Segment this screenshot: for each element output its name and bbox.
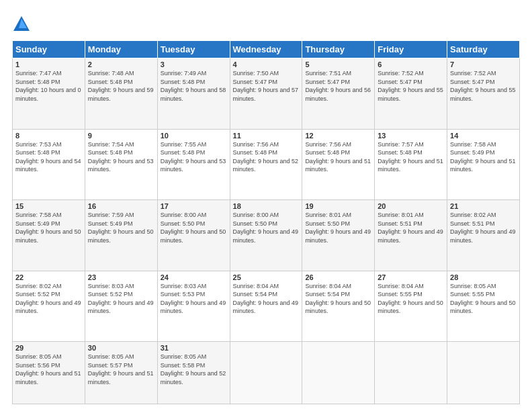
calendar-cell: 14 Sunrise: 7:58 AMSunset: 5:49 PMDaylig… xyxy=(447,129,520,200)
day-number: 7 xyxy=(450,60,517,68)
day-number: 5 xyxy=(305,60,371,68)
header xyxy=(12,12,520,34)
calendar-cell: 13 Sunrise: 7:57 AMSunset: 5:48 PMDaylig… xyxy=(375,129,447,200)
day-info: Sunrise: 7:48 AMSunset: 5:48 PMDaylight:… xyxy=(88,70,154,102)
calendar-header-tuesday: Tuesday xyxy=(157,41,230,58)
day-number: 1 xyxy=(15,60,82,68)
day-info: Sunrise: 8:02 AMSunset: 5:51 PMDaylight:… xyxy=(450,212,516,244)
day-info: Sunrise: 7:50 AMSunset: 5:47 PMDaylight:… xyxy=(233,70,299,102)
day-number: 27 xyxy=(378,273,444,281)
calendar-cell: 9 Sunrise: 7:54 AMSunset: 5:48 PMDayligh… xyxy=(85,129,157,200)
day-info: Sunrise: 7:57 AMSunset: 5:48 PMDaylight:… xyxy=(378,141,443,173)
calendar-cell: 18 Sunrise: 8:00 AMSunset: 5:50 PMDaylig… xyxy=(230,200,302,271)
day-info: Sunrise: 8:01 AMSunset: 5:50 PMDaylight:… xyxy=(305,212,371,244)
day-info: Sunrise: 8:03 AMSunset: 5:53 PMDaylight:… xyxy=(161,283,226,315)
calendar-cell: 26 Sunrise: 8:04 AMSunset: 5:54 PMDaylig… xyxy=(302,271,375,342)
calendar-cell: 24 Sunrise: 8:03 AMSunset: 5:53 PMDaylig… xyxy=(157,271,230,342)
calendar-cell: 27 Sunrise: 8:04 AMSunset: 5:55 PMDaylig… xyxy=(375,271,447,342)
day-info: Sunrise: 8:04 AMSunset: 5:54 PMDaylight:… xyxy=(305,283,371,315)
calendar-header-monday: Monday xyxy=(85,41,157,58)
day-number: 30 xyxy=(88,344,154,352)
day-info: Sunrise: 7:47 AMSunset: 5:48 PMDaylight:… xyxy=(15,70,81,102)
calendar-cell: 5 Sunrise: 7:51 AMSunset: 5:47 PMDayligh… xyxy=(302,58,375,130)
day-number: 16 xyxy=(88,202,154,210)
page: SundayMondayTuesdayWednesdayThursdayFrid… xyxy=(0,0,532,411)
logo-icon xyxy=(12,15,31,34)
calendar-cell: 8 Sunrise: 7:53 AMSunset: 5:48 PMDayligh… xyxy=(13,129,85,200)
day-info: Sunrise: 7:56 AMSunset: 5:48 PMDaylight:… xyxy=(233,141,299,173)
calendar-header-saturday: Saturday xyxy=(447,41,520,58)
calendar-cell: 30 Sunrise: 8:05 AMSunset: 5:57 PMDaylig… xyxy=(85,342,157,404)
day-number: 23 xyxy=(88,273,154,281)
calendar-cell xyxy=(447,342,520,404)
day-number: 29 xyxy=(15,344,82,352)
day-info: Sunrise: 8:05 AMSunset: 5:57 PMDaylight:… xyxy=(88,353,154,385)
day-info: Sunrise: 8:05 AMSunset: 5:56 PMDaylight:… xyxy=(15,353,81,385)
day-number: 21 xyxy=(450,202,517,210)
calendar-cell: 1 Sunrise: 7:47 AMSunset: 5:48 PMDayligh… xyxy=(13,58,85,130)
day-info: Sunrise: 7:55 AMSunset: 5:48 PMDaylight:… xyxy=(161,141,226,173)
calendar-cell: 22 Sunrise: 8:02 AMSunset: 5:52 PMDaylig… xyxy=(13,271,85,342)
day-info: Sunrise: 8:02 AMSunset: 5:52 PMDaylight:… xyxy=(15,283,81,315)
calendar-cell: 23 Sunrise: 8:03 AMSunset: 5:52 PMDaylig… xyxy=(85,271,157,342)
day-number: 3 xyxy=(161,60,227,68)
calendar-cell: 4 Sunrise: 7:50 AMSunset: 5:47 PMDayligh… xyxy=(230,58,302,130)
calendar-cell: 10 Sunrise: 7:55 AMSunset: 5:48 PMDaylig… xyxy=(157,129,230,200)
calendar-week-row: 1 Sunrise: 7:47 AMSunset: 5:48 PMDayligh… xyxy=(13,58,520,130)
calendar-header-row: SundayMondayTuesdayWednesdayThursdayFrid… xyxy=(13,41,520,58)
calendar-header-thursday: Thursday xyxy=(302,41,375,58)
calendar-week-row: 22 Sunrise: 8:02 AMSunset: 5:52 PMDaylig… xyxy=(13,271,520,342)
day-number: 8 xyxy=(15,132,82,140)
day-info: Sunrise: 7:49 AMSunset: 5:48 PMDaylight:… xyxy=(161,70,226,102)
calendar-cell: 16 Sunrise: 7:59 AMSunset: 5:49 PMDaylig… xyxy=(85,200,157,271)
day-number: 9 xyxy=(88,132,154,140)
day-info: Sunrise: 7:58 AMSunset: 5:49 PMDaylight:… xyxy=(15,212,81,244)
calendar-cell: 3 Sunrise: 7:49 AMSunset: 5:48 PMDayligh… xyxy=(157,58,230,130)
day-info: Sunrise: 7:56 AMSunset: 5:48 PMDaylight:… xyxy=(305,141,371,173)
day-number: 20 xyxy=(378,202,444,210)
day-number: 28 xyxy=(450,273,517,281)
day-info: Sunrise: 7:51 AMSunset: 5:47 PMDaylight:… xyxy=(305,70,371,102)
day-number: 10 xyxy=(161,132,227,140)
day-info: Sunrise: 7:52 AMSunset: 5:47 PMDaylight:… xyxy=(378,70,443,102)
calendar-cell: 15 Sunrise: 7:58 AMSunset: 5:49 PMDaylig… xyxy=(13,200,85,271)
calendar-week-row: 29 Sunrise: 8:05 AMSunset: 5:56 PMDaylig… xyxy=(13,342,520,404)
calendar-cell: 31 Sunrise: 8:05 AMSunset: 5:58 PMDaylig… xyxy=(157,342,230,404)
calendar-cell xyxy=(375,342,447,404)
logo xyxy=(12,15,34,34)
calendar-cell: 28 Sunrise: 8:05 AMSunset: 5:55 PMDaylig… xyxy=(447,271,520,342)
day-number: 24 xyxy=(161,273,227,281)
calendar-cell: 21 Sunrise: 8:02 AMSunset: 5:51 PMDaylig… xyxy=(447,200,520,271)
day-number: 25 xyxy=(233,273,300,281)
calendar-cell: 29 Sunrise: 8:05 AMSunset: 5:56 PMDaylig… xyxy=(13,342,85,404)
calendar-cell: 2 Sunrise: 7:48 AMSunset: 5:48 PMDayligh… xyxy=(85,58,157,130)
day-number: 17 xyxy=(161,202,227,210)
calendar-header-friday: Friday xyxy=(375,41,447,58)
day-number: 11 xyxy=(233,132,300,140)
calendar-header-sunday: Sunday xyxy=(13,41,85,58)
calendar-cell: 7 Sunrise: 7:52 AMSunset: 5:47 PMDayligh… xyxy=(447,58,520,130)
day-info: Sunrise: 8:05 AMSunset: 5:55 PMDaylight:… xyxy=(450,283,516,315)
day-number: 22 xyxy=(15,273,82,281)
calendar-cell: 11 Sunrise: 7:56 AMSunset: 5:48 PMDaylig… xyxy=(230,129,302,200)
calendar-cell xyxy=(302,342,375,404)
day-info: Sunrise: 8:05 AMSunset: 5:58 PMDaylight:… xyxy=(161,353,226,385)
day-number: 19 xyxy=(305,202,371,210)
day-info: Sunrise: 8:01 AMSunset: 5:51 PMDaylight:… xyxy=(378,212,443,244)
calendar-week-row: 15 Sunrise: 7:58 AMSunset: 5:49 PMDaylig… xyxy=(13,200,520,271)
day-number: 31 xyxy=(161,344,227,352)
calendar-cell: 17 Sunrise: 8:00 AMSunset: 5:50 PMDaylig… xyxy=(157,200,230,271)
day-number: 14 xyxy=(450,132,517,140)
day-number: 4 xyxy=(233,60,300,68)
calendar-cell: 20 Sunrise: 8:01 AMSunset: 5:51 PMDaylig… xyxy=(375,200,447,271)
calendar-cell: 6 Sunrise: 7:52 AMSunset: 5:47 PMDayligh… xyxy=(375,58,447,130)
calendar: SundayMondayTuesdayWednesdayThursdayFrid… xyxy=(12,40,520,404)
day-number: 18 xyxy=(233,202,300,210)
day-info: Sunrise: 7:52 AMSunset: 5:47 PMDaylight:… xyxy=(450,70,516,102)
calendar-header-wednesday: Wednesday xyxy=(230,41,302,58)
day-info: Sunrise: 8:00 AMSunset: 5:50 PMDaylight:… xyxy=(161,212,226,244)
day-info: Sunrise: 8:00 AMSunset: 5:50 PMDaylight:… xyxy=(233,212,299,244)
day-info: Sunrise: 8:03 AMSunset: 5:52 PMDaylight:… xyxy=(88,283,154,315)
day-info: Sunrise: 7:59 AMSunset: 5:49 PMDaylight:… xyxy=(88,212,154,244)
day-info: Sunrise: 7:54 AMSunset: 5:48 PMDaylight:… xyxy=(88,141,154,173)
